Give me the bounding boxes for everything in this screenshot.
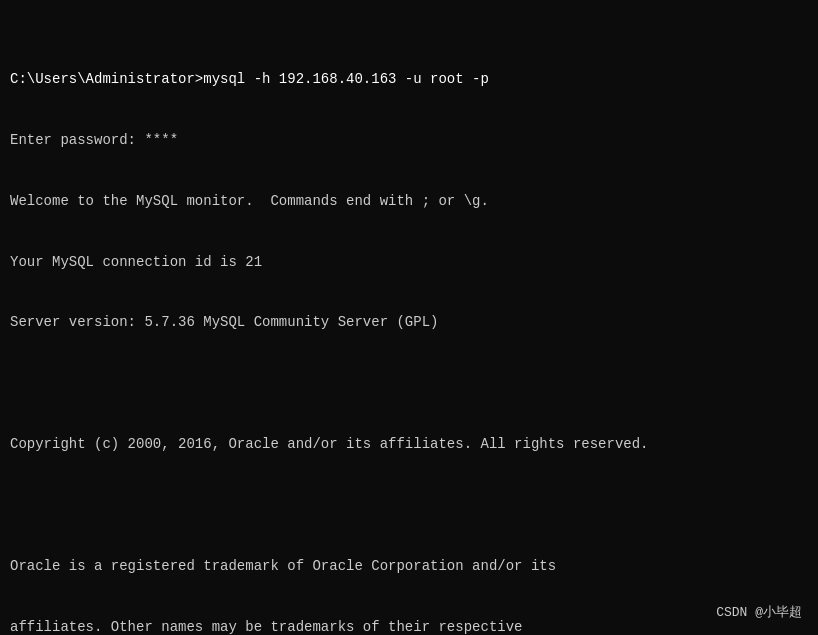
copyright-line: Copyright (c) 2000, 2016, Oracle and/or … [10, 434, 808, 454]
oracle2-line: affiliates. Other names may be trademark… [10, 617, 808, 635]
connection-line: Your MySQL connection id is 21 [10, 252, 808, 272]
version-line: Server version: 5.7.36 MySQL Community S… [10, 312, 808, 332]
oracle1-line: Oracle is a registered trademark of Orac… [10, 556, 808, 576]
password-line: Enter password: **** [10, 130, 808, 150]
welcome-line: Welcome to the MySQL monitor. Commands e… [10, 191, 808, 211]
terminal-content: C:\Users\Administrator>mysql -h 192.168.… [10, 8, 808, 635]
cmd-line: C:\Users\Administrator>mysql -h 192.168.… [10, 69, 808, 89]
watermark: CSDN @小毕超 [716, 603, 802, 621]
terminal-window: C:\Users\Administrator>mysql -h 192.168.… [0, 0, 818, 635]
empty2 [10, 495, 808, 515]
empty1 [10, 373, 808, 393]
